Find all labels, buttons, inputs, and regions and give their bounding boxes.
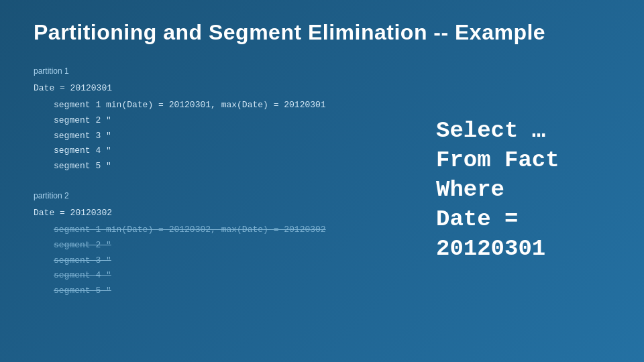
- left-panel: partition 1 Date = 20120301 segment 1 mi…: [34, 65, 409, 314]
- partition1-seg4: segment 4 ": [34, 144, 409, 158]
- seg1-detail-p2: min(Date) = 20120302, max(Date) = 201203…: [106, 225, 326, 235]
- partition2-label: partition 2: [34, 190, 409, 202]
- query-line5: 20120301: [436, 234, 559, 263]
- partition1-seg1: segment 1 min(Date) = 20120301, max(Date…: [34, 99, 409, 113]
- partition1-date: Date = 20120301: [34, 82, 409, 96]
- right-panel: Select … From Fact Where Date = 20120301: [423, 65, 610, 314]
- content-area: partition 1 Date = 20120301 segment 1 mi…: [34, 65, 610, 314]
- query-box: Select … From Fact Where Date = 20120301: [436, 116, 559, 264]
- slide-title: Partitioning and Segment Elimination -- …: [34, 20, 610, 45]
- partition2-seg5: segment 5 ": [34, 284, 409, 298]
- partition2-seg2: segment 2 ": [34, 239, 409, 253]
- partition1-seg3: segment 3 ": [34, 129, 409, 143]
- partition2-seg4: segment 4 ": [34, 269, 409, 283]
- query-line2: From Fact: [436, 145, 559, 175]
- query-line4: Date =: [436, 204, 559, 234]
- partition1-block: partition 1 Date = 20120301 segment 1 mi…: [34, 65, 409, 174]
- query-line1: Select …: [436, 116, 559, 145]
- seg1-id-p2: segment 1: [54, 225, 106, 235]
- partition1-seg2: segment 2 ": [34, 114, 409, 128]
- partition2-block: partition 2 Date = 20120302 segment 1 mi…: [34, 190, 409, 298]
- partition2-date: Date = 20120302: [34, 206, 409, 221]
- query-line3: Where: [436, 175, 559, 204]
- seg1-id: segment 1: [54, 100, 106, 110]
- slide: Partitioning and Segment Elimination -- …: [0, 0, 644, 362]
- partition1-seg5: segment 5 ": [34, 160, 409, 174]
- partition2-seg1: segment 1 min(Date) = 20120302, max(Date…: [34, 223, 409, 237]
- partition1-label: partition 1: [34, 65, 409, 78]
- partition2-seg3: segment 3 ": [34, 254, 409, 268]
- seg1-detail: min(Date) = 20120301, max(Date) = 201203…: [106, 100, 326, 110]
